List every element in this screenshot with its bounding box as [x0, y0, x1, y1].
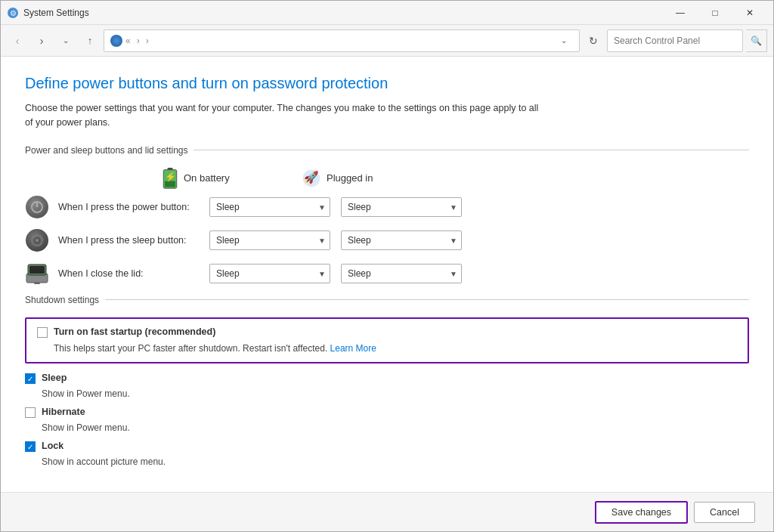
window-icon: ⚙: [7, 7, 19, 19]
section2-header: Shutdown settings: [25, 295, 749, 305]
svg-rect-16: [34, 283, 40, 284]
minimize-button[interactable]: —: [663, 1, 698, 25]
lock-sub: Show in account picture menu.: [42, 456, 749, 467]
svg-point-12: [36, 239, 39, 242]
col-battery-header: ⚡ On battery: [161, 168, 301, 189]
globe-icon: [110, 35, 122, 47]
lid-label: When I close the lid:: [58, 268, 209, 279]
refresh-button[interactable]: ↻: [583, 30, 604, 51]
section1-line: [194, 150, 749, 150]
lid-row: When I close the lid: Sleep Do nothing H…: [25, 261, 749, 286]
lid-plugged-select-wrap: Sleep Do nothing Hibernate Shut down ▼: [341, 264, 462, 283]
sleep-checkbox-row: Sleep: [25, 373, 749, 384]
col-plugged-label: Plugged in: [327, 172, 373, 184]
sleep-battery-select-wrap: Sleep Do nothing Hibernate Shut down ▼: [209, 230, 330, 250]
laptop-icon: [25, 263, 49, 284]
fast-startup-row: Turn on fast startup (recommended): [37, 326, 737, 338]
sleep-sub: Show in Power menu.: [42, 388, 749, 399]
dropdown-history-button[interactable]: ⌄: [55, 30, 76, 51]
section1-label: Power and sleep buttons and lid settings: [25, 145, 187, 156]
breadcrumb-bar: « › › ⌄: [104, 29, 580, 52]
hibernate-sub: Show in Power menu.: [42, 422, 749, 433]
plug-icon: 🚀: [301, 168, 322, 189]
power-circle: [26, 196, 48, 218]
section2-line: [105, 299, 749, 300]
section1-header: Power and sleep buttons and lid settings: [25, 145, 749, 156]
columns-header: ⚡ On battery 🚀 Plugged in: [161, 168, 749, 189]
back-button[interactable]: ‹: [7, 30, 28, 51]
main-window: ⚙ System Settings — □ ✕ ‹ › ⌄ ↑ « › › ⌄ …: [0, 0, 774, 532]
sleep-button-label: When I press the sleep button:: [58, 235, 209, 246]
title-bar: ⚙ System Settings — □ ✕: [1, 1, 773, 25]
forward-button[interactable]: ›: [31, 30, 52, 51]
lock-checkbox-row: Lock: [25, 441, 749, 452]
lid-battery-select-wrap: Sleep Do nothing Hibernate Shut down ▼: [209, 264, 330, 283]
col-plugged-header: 🚀 Plugged in: [301, 168, 441, 189]
breadcrumb-sep3: ›: [146, 36, 149, 46]
col-battery-label: On battery: [184, 172, 230, 184]
search-button[interactable]: 🔍: [746, 29, 767, 52]
power-plugged-select-wrap: Sleep Do nothing Hibernate Shut down ▼: [341, 197, 462, 217]
power-button-label: When I press the power button:: [58, 202, 209, 212]
power-button-icon: [25, 195, 49, 219]
sleep-button-icon: [25, 228, 49, 252]
sleep-item: Sleep Show in Power menu.: [25, 373, 749, 399]
fast-startup-desc: This helps start your PC faster after sh…: [54, 342, 737, 355]
breadcrumb-sep1: «: [125, 36, 131, 46]
lock-checkbox[interactable]: [25, 441, 36, 452]
power-button-row: When I press the power button: Sleep Do …: [25, 195, 749, 219]
svg-rect-15: [29, 266, 45, 274]
footer: Save changes Cancel: [1, 492, 773, 531]
lock-item: Lock Show in account picture menu.: [25, 441, 749, 467]
breadcrumb-dropdown[interactable]: ⌄: [555, 29, 573, 52]
learn-more-link[interactable]: Learn More: [330, 343, 376, 354]
save-button[interactable]: Save changes: [595, 501, 688, 524]
address-bar: ‹ › ⌄ ↑ « › › ⌄ ↻ 🔍: [1, 25, 773, 57]
sleep-circle: [26, 229, 48, 252]
lid-battery-select[interactable]: Sleep Do nothing Hibernate Shut down: [209, 264, 330, 283]
sleep-battery-select[interactable]: Sleep Do nothing Hibernate Shut down: [209, 230, 330, 250]
svg-text:⚡: ⚡: [165, 170, 177, 182]
power-battery-select-wrap: Sleep Do nothing Hibernate Shut down ▼: [209, 197, 330, 217]
fast-startup-checkbox[interactable]: [37, 327, 48, 338]
svg-text:⚙: ⚙: [10, 9, 17, 17]
hibernate-item-label: Hibernate: [42, 407, 85, 417]
fast-startup-label: Turn on fast startup (recommended): [54, 326, 215, 337]
battery-icon: ⚡: [161, 168, 179, 189]
search-input[interactable]: [607, 29, 743, 52]
lock-item-label: Lock: [42, 441, 63, 451]
sleep-checkbox[interactable]: [25, 373, 36, 384]
breadcrumb-sep2: ›: [137, 36, 140, 46]
hibernate-checkbox-row: Hibernate: [25, 407, 749, 418]
maximize-button[interactable]: □: [698, 1, 732, 25]
sleep-button-row: When I press the sleep button: Sleep Do …: [25, 228, 749, 252]
fast-startup-desc-text: This helps start your PC faster after sh…: [54, 343, 327, 354]
section2-label: Shutdown settings: [25, 295, 99, 305]
lid-icon: [25, 261, 49, 286]
power-plugged-select[interactable]: Sleep Do nothing Hibernate Shut down: [341, 197, 462, 217]
hibernate-item: Hibernate Show in Power menu.: [25, 407, 749, 433]
fast-startup-box: Turn on fast startup (recommended) This …: [25, 317, 749, 364]
main-content: Define power buttons and turn on passwor…: [1, 57, 773, 492]
cancel-button[interactable]: Cancel: [694, 502, 755, 523]
page-title: Define power buttons and turn on passwor…: [25, 75, 749, 92]
up-button[interactable]: ↑: [79, 30, 101, 51]
sleep-item-label: Sleep: [42, 373, 67, 383]
close-button[interactable]: ✕: [732, 1, 767, 25]
sleep-plugged-select[interactable]: Sleep Do nothing Hibernate Shut down: [341, 230, 462, 250]
power-battery-select[interactable]: Sleep Do nothing Hibernate Shut down: [209, 197, 330, 217]
svg-text:🚀: 🚀: [304, 170, 319, 184]
page-description: Choose the power settings that you want …: [25, 101, 539, 130]
lid-plugged-select[interactable]: Sleep Do nothing Hibernate Shut down: [341, 264, 462, 283]
window-title: System Settings: [23, 8, 663, 18]
hibernate-checkbox[interactable]: [25, 407, 36, 418]
window-controls: — □ ✕: [663, 1, 767, 25]
sleep-plugged-select-wrap: Sleep Do nothing Hibernate Shut down ▼: [341, 230, 462, 250]
